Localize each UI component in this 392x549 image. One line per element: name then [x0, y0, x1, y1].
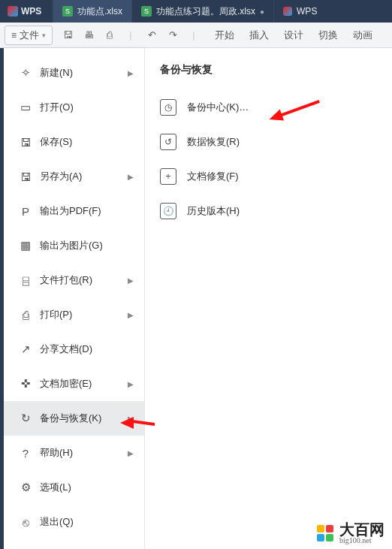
backup-icon: ↻: [17, 412, 34, 425]
backup-item-history[interactable]: 🕘历史版本(H): [155, 194, 381, 228]
file-menu-item-new[interactable]: ✧新建(N)▶: [4, 56, 144, 90]
ribbon-tab-anim[interactable]: 动画: [353, 29, 372, 42]
file-menu-button[interactable]: ≡ 文件 ▾: [5, 26, 53, 45]
save-icon[interactable]: 🖫: [62, 29, 74, 41]
backup-item-label: 数据恢复(R): [187, 135, 240, 149]
backup-item-center[interactable]: ◷备份中心(K)…: [155, 90, 381, 125]
ribbon-tab-design[interactable]: 设计: [284, 29, 303, 42]
chevron-right-icon: ▶: [128, 69, 134, 77]
backup-subpanel: 备份与恢复 ◷备份中心(K)…↺数据恢复(R)+文档修复(F)🕘历史版本(H): [145, 48, 392, 549]
pack-icon: ⌸: [17, 274, 34, 287]
saveas-icon: 🖫: [17, 170, 34, 183]
titlebar: WPS S 功能点.xlsx S 功能点练习题。周政.xlsx ● WPS: [0, 0, 392, 23]
doc-tab-label: 功能点.xlsx: [77, 5, 122, 18]
center-icon: ◷: [160, 99, 176, 116]
sheet-icon: S: [62, 6, 73, 17]
pdf-icon: P: [17, 205, 34, 218]
file-menu-item-print[interactable]: ⎙打印(P)▶: [4, 297, 144, 332]
sheet-icon: S: [141, 6, 152, 17]
file-menu-item-image[interactable]: ▦输出为图片(G): [4, 228, 144, 263]
backup-item-repair[interactable]: +文档修复(F): [155, 159, 381, 194]
toolbar: ≡ 文件 ▾ 🖫 🖶 ⎙ | ↶ ↷ | 开始 插入 设计 切换 动画: [0, 23, 392, 48]
file-menu-item-saveas[interactable]: 🖫另存为(A)▶: [4, 159, 144, 194]
backup-item-label: 文档修复(F): [187, 170, 239, 183]
save-icon: 🖫: [17, 136, 34, 149]
watermark: 大百网 big100.net: [317, 522, 384, 544]
file-menu-label: 分享文档(D): [40, 342, 92, 356]
open-icon: ▭: [17, 101, 34, 114]
file-menu-label: 文件: [20, 29, 39, 42]
doc-tab-label: WPS: [297, 6, 317, 17]
file-menu-item-pack[interactable]: ⌸文件打包(R)▶: [4, 263, 144, 297]
ribbon-tab-insert[interactable]: 插入: [249, 29, 269, 42]
ribbon-tab-switch[interactable]: 切换: [318, 29, 338, 42]
file-menu-label: 输出为图片(G): [40, 239, 103, 252]
chevron-right-icon: ▶: [128, 380, 134, 388]
repair-icon: +: [160, 168, 176, 185]
watermark-logo-icon: [317, 525, 333, 541]
watermark-name: 大百网: [339, 522, 384, 537]
share-icon: ↗: [17, 342, 34, 356]
encrypt-icon: ✜: [17, 377, 34, 391]
doc-tab-label: 功能点练习题。周政.xlsx: [156, 5, 255, 18]
exit-icon: ⎋: [17, 516, 34, 529]
chevron-right-icon: ▶: [128, 311, 134, 319]
doc-tab-2[interactable]: WPS: [273, 0, 326, 23]
redo-icon[interactable]: ↷: [167, 29, 179, 41]
app-logo: WPS: [0, 6, 53, 17]
file-menu-label: 另存为(A): [40, 170, 82, 183]
file-menu-item-exit[interactable]: ⎋退出(Q): [4, 505, 144, 539]
tab-close-icon[interactable]: ●: [260, 8, 264, 16]
watermark-url: big100.net: [339, 537, 384, 544]
recover-icon: ↺: [160, 134, 176, 150]
separator: |: [188, 29, 200, 41]
new-icon: ✧: [17, 66, 34, 80]
file-menu-item-save[interactable]: 🖫保存(S): [4, 125, 144, 159]
chevron-right-icon: ▶: [128, 173, 134, 181]
file-menu-label: 帮助(H): [40, 446, 73, 460]
file-menu-label: 选项(L): [40, 481, 71, 494]
ribbon-tab-start[interactable]: 开始: [215, 29, 234, 42]
print-preview-icon[interactable]: 🖶: [83, 29, 95, 41]
file-menu-label: 退出(Q): [40, 515, 74, 529]
doc-tab-0[interactable]: S 功能点.xlsx: [53, 0, 131, 23]
file-menu-label: 打印(P): [40, 308, 72, 321]
wps-icon: [8, 6, 18, 17]
file-menu-label: 打开(O): [40, 101, 74, 114]
help-icon: ?: [17, 447, 34, 460]
wps-icon: [283, 7, 292, 16]
file-menu-label: 保存(S): [40, 135, 72, 149]
separator: |: [125, 29, 137, 41]
print-icon[interactable]: ⎙: [104, 29, 116, 41]
image-icon: ▦: [17, 239, 34, 252]
annotation-arrow: [120, 417, 134, 429]
print-icon: ⎙: [17, 309, 34, 321]
file-menu-label: 输出为PDF(F): [40, 204, 101, 218]
file-menu-item-help[interactable]: ?帮助(H)▶: [4, 436, 144, 470]
file-menu-label: 备份与恢复(K): [40, 412, 101, 425]
file-menu: ✧新建(N)▶▭打开(O)🖫保存(S)🖫另存为(A)▶P输出为PDF(F)▦输出…: [4, 48, 145, 549]
undo-icon[interactable]: ↶: [146, 29, 158, 41]
file-menu-label: 文件打包(R): [40, 273, 92, 287]
burger-icon: ≡: [11, 30, 17, 41]
chevron-right-icon: ▶: [128, 449, 134, 457]
doc-tab-1[interactable]: S 功能点练习题。周政.xlsx ●: [131, 0, 273, 23]
app-name: WPS: [21, 6, 41, 17]
chevron-right-icon: ▶: [128, 276, 134, 285]
backup-item-label: 历史版本(H): [187, 204, 240, 218]
ribbon-tabs: 开始 插入 设计 切换 动画: [209, 29, 372, 42]
file-menu-item-pdf[interactable]: P输出为PDF(F): [4, 194, 144, 228]
file-menu-label: 文档加密(E): [40, 377, 92, 391]
file-menu-label: 新建(N): [40, 66, 73, 80]
subpanel-title: 备份与恢复: [155, 63, 381, 77]
options-icon: ⚙: [17, 481, 34, 494]
file-menu-item-encrypt[interactable]: ✜文档加密(E)▶: [4, 367, 144, 401]
backup-item-recover[interactable]: ↺数据恢复(R): [155, 125, 381, 159]
backup-item-label: 备份中心(K)…: [187, 101, 249, 114]
file-menu-item-open[interactable]: ▭打开(O): [4, 90, 144, 125]
quick-access: 🖫 🖶 ⎙ | ↶ ↷ |: [53, 29, 209, 41]
file-menu-item-options[interactable]: ⚙选项(L): [4, 470, 144, 505]
chevron-down-icon: ▾: [42, 32, 46, 39]
history-icon: 🕘: [160, 203, 176, 219]
file-menu-item-share[interactable]: ↗分享文档(D): [4, 332, 144, 367]
